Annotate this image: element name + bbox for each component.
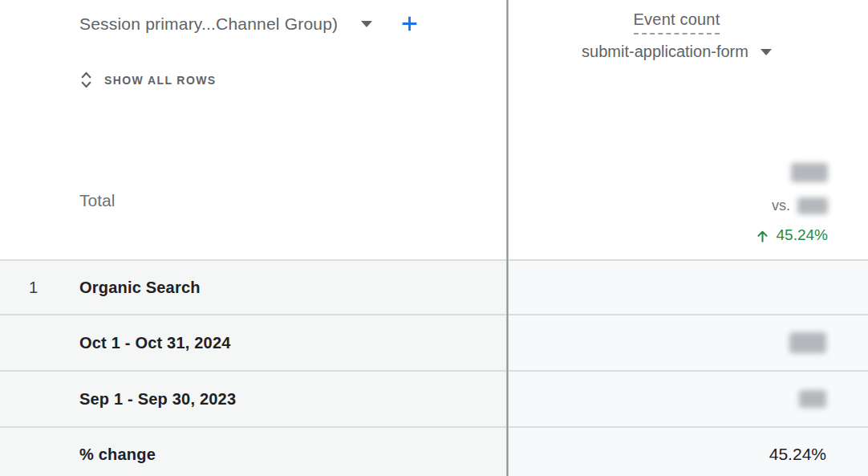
totals-block: vs. 45.24%	[755, 163, 828, 244]
vs-label: vs.	[772, 197, 790, 214]
redacted-total-value	[791, 163, 828, 182]
table-row[interactable]: Sep 1 - Sep 30, 2023	[0, 370, 868, 426]
percent-change-value: 45.24%	[769, 445, 826, 464]
row-value-cell: 45.24%	[508, 428, 868, 476]
redacted-value	[799, 390, 826, 408]
analytics-comparison-table: Session primary...Channel Group) SHOW AL…	[0, 0, 868, 476]
table-row[interactable]: % change 45.24%	[0, 426, 868, 476]
total-label: Total	[79, 191, 115, 210]
totals-change: 45.24%	[755, 226, 828, 244]
row-index: 1	[29, 279, 79, 297]
row-label: % change	[79, 445, 156, 464]
table-header: Session primary...Channel Group) SHOW AL…	[0, 0, 868, 259]
plus-icon	[400, 14, 420, 34]
arrow-up-icon	[755, 228, 770, 243]
row-value-cell	[508, 315, 868, 370]
show-all-rows-label: SHOW ALL ROWS	[104, 74, 217, 87]
table-row[interactable]: 1 Organic Search	[0, 259, 868, 314]
totals-vs-line: vs.	[772, 197, 828, 214]
row-label: Oct 1 - Oct 31, 2024	[79, 334, 231, 352]
add-dimension-button[interactable]	[400, 14, 420, 34]
chevron-down-icon	[761, 49, 772, 55]
row-label: Sep 1 - Sep 30, 2023	[79, 390, 236, 409]
dimension-header-cell: Session primary...Channel Group) SHOW AL…	[0, 0, 508, 259]
metric-header-cell: Event count submit-application-form vs. …	[508, 0, 868, 259]
totals-change-value: 45.24%	[777, 226, 828, 244]
show-all-rows-button[interactable]: SHOW ALL ROWS	[77, 69, 217, 91]
row-value-cell	[508, 372, 868, 426]
metric-title-event-count[interactable]: Event count	[634, 10, 720, 35]
event-name-selector[interactable]: submit-application-form	[582, 43, 772, 61]
event-name-label: submit-application-form	[582, 43, 748, 61]
chevron-down-icon	[361, 21, 372, 27]
dimension-label: Session primary...Channel Group)	[79, 14, 338, 34]
column-divider	[506, 0, 509, 476]
row-value-cell	[508, 261, 868, 314]
unfold-more-icon	[77, 69, 95, 91]
redacted-comparison-value	[797, 197, 828, 214]
metric-header: Event count submit-application-form	[508, 10, 868, 61]
table-row[interactable]: Oct 1 - Oct 31, 2024	[0, 314, 868, 370]
redacted-value	[789, 332, 826, 353]
dimension-picker[interactable]: Session primary...Channel Group)	[79, 14, 420, 34]
row-label: Organic Search	[79, 279, 201, 297]
